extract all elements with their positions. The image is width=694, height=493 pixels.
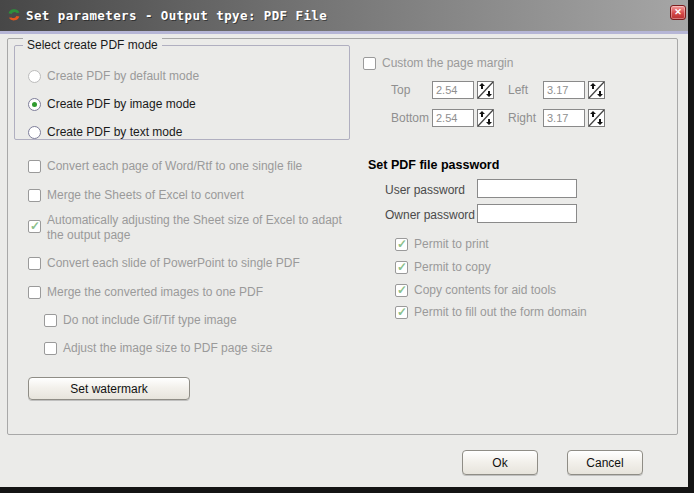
radio-icon[interactable] <box>28 98 41 111</box>
checkbox-icon[interactable] <box>28 160 41 173</box>
margin-left-spinner-icon[interactable] <box>588 81 605 102</box>
checkbox-icon[interactable] <box>44 342 57 355</box>
checkbox-fill-form-domain[interactable]: Permit to fill out the form domain <box>395 306 587 320</box>
checkbox-label: Permit to fill out the form domain <box>414 305 587 320</box>
title-bar[interactable]: Set parameters - Output tpye: PDF File <box>0 0 688 31</box>
user-password-label: User password <box>385 183 465 197</box>
checkbox-copy-aid-tools[interactable]: Copy contents for aid tools <box>395 284 556 298</box>
checkbox-label: Convert each page of Word/Rtf to one sin… <box>47 159 302 174</box>
radio-default-mode[interactable]: Create PDF by default mode <box>28 70 199 84</box>
owner-password-label: Owner password <box>385 208 475 222</box>
user-password-input[interactable] <box>477 179 577 198</box>
checkbox-icon[interactable] <box>28 220 41 233</box>
checkbox-word-single-file[interactable]: Convert each page of Word/Rtf to one sin… <box>28 160 302 174</box>
checkbox-icon[interactable] <box>395 261 408 274</box>
radio-image-mode[interactable]: Create PDF by image mode <box>28 98 196 112</box>
dialog-window: Set parameters - Output tpye: PDF File ✕… <box>0 0 688 487</box>
checkbox-label: Permit to print <box>414 237 489 252</box>
checkbox-label: Copy contents for aid tools <box>414 283 556 298</box>
checkbox-icon[interactable] <box>28 189 41 202</box>
close-icon[interactable]: ✕ <box>670 5 686 20</box>
margin-top-input[interactable] <box>432 81 474 99</box>
checkbox-icon[interactable] <box>28 257 41 270</box>
mode-group-title: Select create PDF mode <box>23 38 162 52</box>
checkbox-icon[interactable] <box>28 286 41 299</box>
checkbox-label: Merge the converted images to one PDF <box>47 285 263 300</box>
checkbox-icon[interactable] <box>363 57 376 70</box>
margin-right-label: Right <box>508 111 536 126</box>
checkbox-label: Convert each slide of PowerPoint to sing… <box>47 256 300 271</box>
checkbox-label: Merge the Sheets of Excel to convert <box>47 188 244 203</box>
password-section-title: Set PDF file password <box>368 158 499 172</box>
checkbox-label: Custom the page margin <box>382 56 513 71</box>
checkbox-icon[interactable] <box>395 306 408 319</box>
checkbox-ppt-single-pdf[interactable]: Convert each slide of PowerPoint to sing… <box>28 257 300 271</box>
titlebar-accent-strip <box>0 31 688 34</box>
checkbox-icon[interactable] <box>44 314 57 327</box>
set-watermark-button[interactable]: Set watermark <box>28 377 190 400</box>
checkbox-merge-images[interactable]: Merge the converted images to one PDF <box>28 286 263 300</box>
radio-icon[interactable] <box>28 126 41 139</box>
checkbox-merge-excel-sheets[interactable]: Merge the Sheets of Excel to convert <box>28 189 244 203</box>
margin-top-spinner-icon[interactable] <box>477 81 494 102</box>
checkbox-custom-margin[interactable]: Custom the page margin <box>363 57 513 71</box>
margin-left-input[interactable] <box>543 81 585 99</box>
checkbox-permit-copy[interactable]: Permit to copy <box>395 261 491 275</box>
checkbox-label: Do not include Gif/Tif type image <box>63 313 237 328</box>
margin-bottom-spinner-icon[interactable] <box>477 109 494 130</box>
radio-label: Create PDF by image mode <box>47 97 196 112</box>
radio-text-mode[interactable]: Create PDF by text mode <box>28 126 182 140</box>
checkbox-label: Permit to copy <box>414 260 491 275</box>
window-title: Set parameters - Output tpye: PDF File <box>26 8 327 23</box>
margin-top-label: Top <box>391 83 410 98</box>
checkbox-permit-print[interactable]: Permit to print <box>395 238 489 252</box>
margin-left-label: Left <box>508 83 528 98</box>
radio-icon[interactable] <box>28 70 41 83</box>
checkbox-icon[interactable] <box>395 238 408 251</box>
margin-bottom-input[interactable] <box>432 109 474 127</box>
checkbox-auto-adjust-sheet[interactable]: Automatically adjusting the Sheet size o… <box>28 214 348 243</box>
radio-label: Create PDF by text mode <box>47 125 182 140</box>
checkbox-adjust-image-size[interactable]: Adjust the image size to PDF page size <box>44 342 272 356</box>
checkbox-label: Automatically adjusting the Sheet size o… <box>47 213 342 243</box>
checkbox-exclude-gif-tif[interactable]: Do not include Gif/Tif type image <box>44 314 237 328</box>
checkbox-icon[interactable] <box>395 284 408 297</box>
margin-bottom-label: Bottom <box>391 111 429 126</box>
owner-password-input[interactable] <box>477 204 577 223</box>
margin-right-spinner-icon[interactable] <box>588 109 605 130</box>
radio-label: Create PDF by default mode <box>47 69 199 84</box>
margin-right-input[interactable] <box>543 109 585 127</box>
cancel-button[interactable]: Cancel <box>567 450 643 475</box>
ok-button[interactable]: Ok <box>462 450 538 475</box>
checkbox-label: Adjust the image size to PDF page size <box>63 341 272 356</box>
app-logo-icon <box>6 7 22 23</box>
